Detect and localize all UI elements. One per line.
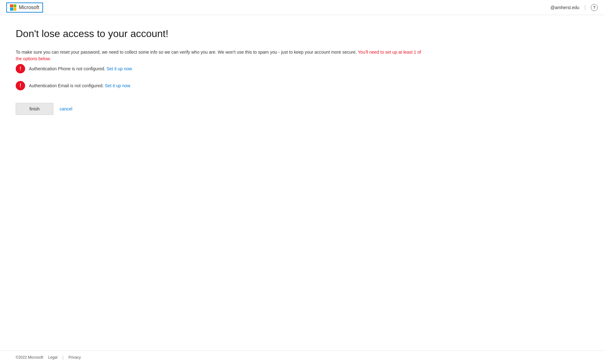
intro-text-line1: To make sure you can reset your password…: [16, 49, 424, 62]
header-separator: |: [584, 4, 586, 11]
auth-email-setup-link[interactable]: Set it up now: [105, 83, 130, 88]
auth-email-warning-icon: !: [16, 81, 25, 90]
main-content: Don't lose access to your account! To ma…: [0, 15, 440, 351]
header-left: Microsoft: [6, 3, 43, 13]
header-right: @amherst.edu | ?: [550, 4, 598, 11]
page-title: Don't lose access to your account!: [16, 28, 424, 40]
header: Microsoft @amherst.edu | ?: [0, 0, 604, 15]
auth-phone-setup-link[interactable]: Set it up now: [107, 66, 132, 71]
footer-privacy-link[interactable]: Privacy: [68, 355, 81, 360]
ms-logo-yellow: [13, 8, 17, 11]
microsoft-label: Microsoft: [19, 5, 39, 10]
button-row: finish cancel: [16, 103, 424, 115]
footer: ©2022 Microsoft Legal | Privacy: [0, 351, 604, 364]
auth-email-label: Authentication Email is not configured. …: [29, 83, 130, 88]
help-icon[interactable]: ?: [591, 4, 598, 11]
footer-separator: |: [62, 355, 63, 360]
ms-logo-blue: [10, 8, 13, 11]
footer-legal-link[interactable]: Legal: [48, 355, 57, 360]
footer-copyright: ©2022 Microsoft: [16, 355, 43, 360]
ms-logo-grid: [10, 4, 16, 11]
auth-phone-label: Authentication Phone is not configured. …: [29, 66, 132, 71]
auth-phone-warning-icon: !: [16, 64, 25, 73]
microsoft-logo[interactable]: Microsoft: [6, 3, 43, 13]
auth-email-item: ! Authentication Email is not configured…: [16, 81, 424, 90]
auth-phone-item: ! Authentication Phone is not configured…: [16, 64, 424, 73]
finish-button[interactable]: finish: [16, 103, 53, 115]
ms-logo-green: [13, 4, 17, 8]
user-email: @amherst.edu: [550, 5, 579, 10]
cancel-button[interactable]: cancel: [60, 106, 72, 111]
ms-logo-red: [10, 4, 13, 8]
